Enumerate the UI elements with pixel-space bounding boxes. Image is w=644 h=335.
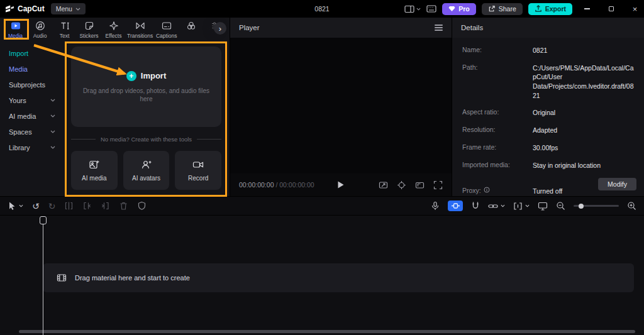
sidebar-item-label: Subprojects — [9, 81, 45, 89]
tab-label: Stickers — [79, 33, 98, 39]
zoom-out-icon[interactable] — [556, 201, 565, 211]
detail-label: Frame rate: — [462, 143, 533, 153]
tabbar-scroll-right-button[interactable]: › — [214, 22, 226, 35]
export-label: Export — [545, 5, 566, 13]
chevron-down-icon — [50, 99, 55, 102]
record-voiceover-icon[interactable] — [431, 201, 440, 211]
tab-effects[interactable]: Effects — [101, 18, 126, 40]
timeline-area[interactable]: Drag material here and start to create — [0, 216, 644, 335]
detail-value: Adapted — [533, 126, 634, 135]
import-button[interactable]: + Import — [126, 71, 166, 81]
share-button[interactable]: Share — [482, 3, 523, 15]
preview-axis-button[interactable] — [513, 202, 530, 211]
mask-cover-button[interactable] — [137, 201, 147, 211]
asset-tabbar: Media Audio Text Stickers Effects — [0, 18, 230, 40]
ratio-icon[interactable] — [415, 180, 425, 190]
close-button[interactable]: × — [626, 0, 644, 18]
fullscreen-icon[interactable] — [433, 180, 443, 190]
tab-filters[interactable] — [179, 18, 203, 40]
tab-captions[interactable]: Captions — [154, 18, 179, 40]
playhead-line — [43, 224, 43, 335]
detail-value: Stay in original location — [533, 161, 634, 170]
tab-transitions[interactable]: Transitions — [126, 18, 154, 40]
slider-thumb[interactable] — [579, 204, 584, 209]
timeline-toolbar: ↺ ↻ — [0, 196, 644, 216]
sidebar-item-media[interactable]: Media — [0, 61, 63, 77]
pro-badge[interactable]: Pro — [442, 3, 476, 15]
ai-media-card[interactable]: AI media — [71, 151, 118, 190]
dropzone-hint: Drag and drop videos, photos, and audio … — [80, 87, 213, 103]
timecode-separator: / — [274, 181, 279, 189]
display-mode-icon[interactable] — [404, 5, 421, 13]
linkage-button[interactable] — [488, 202, 505, 210]
detail-label: Aspect ratio: — [462, 108, 533, 118]
info-icon[interactable] — [484, 187, 490, 193]
sidebar-item-library[interactable]: Library — [0, 140, 63, 155]
detail-value: 30.00fps — [533, 143, 634, 153]
tab-label: Effects — [106, 33, 122, 39]
maximize-icon — [609, 6, 614, 11]
main-track-magnet-toggle[interactable] — [448, 200, 463, 211]
chevron-down-icon — [75, 8, 80, 11]
shortcut-keyboard-icon[interactable] — [426, 5, 436, 13]
app-name: CapCut — [18, 4, 45, 13]
menu-button[interactable]: Menu — [51, 3, 86, 14]
player-title: Player — [239, 24, 260, 31]
timeline-empty-hint: Drag material here and start to create — [75, 274, 190, 282]
import-dropzone[interactable]: + Import Drag and drop videos, photos, a… — [71, 47, 221, 127]
record-card[interactable]: Record — [175, 151, 221, 190]
tab-media[interactable]: Media — [3, 18, 28, 40]
share-label: Share — [499, 5, 516, 13]
details-header: Details — [452, 18, 644, 38]
detail-row-aspect-ratio: Aspect ratio: Original — [452, 108, 644, 118]
tab-label: Captions — [156, 33, 177, 39]
detail-value: C:/Users/PMLS/AppData/Local/CapCut/User … — [533, 63, 634, 101]
detail-value: Original — [533, 108, 634, 118]
export-button[interactable]: Export — [528, 3, 572, 15]
timecode: 00:00:00:00 / 00:00:00:00 — [239, 181, 314, 189]
sidebar-item-subprojects[interactable]: Subprojects — [0, 77, 63, 92]
minimize-button[interactable] — [578, 0, 596, 18]
detail-row-imported-media: Imported media: Stay in original locatio… — [452, 161, 644, 170]
undo-button[interactable]: ↺ — [32, 202, 40, 211]
tab-label: Audio — [33, 33, 47, 39]
select-tool-button[interactable] — [8, 201, 23, 211]
focus-icon[interactable] — [397, 180, 406, 190]
delete-right-button[interactable] — [101, 201, 110, 211]
chevron-down-icon — [50, 114, 55, 118]
tab-stickers[interactable]: Stickers — [77, 18, 101, 40]
details-panel: Details Name: 0821 Path: C:/Users/PMLS/A… — [452, 18, 644, 196]
timeline-zoom-slider[interactable] — [574, 202, 619, 211]
ai-avatars-card[interactable]: AI avatars — [123, 151, 170, 190]
detail-value: 0821 — [533, 46, 634, 55]
stickers-tab-icon — [84, 21, 94, 31]
auto-snap-magnet-icon[interactable] — [471, 201, 480, 211]
sidebar-item-ai-media[interactable]: AI media — [0, 108, 63, 124]
text-tab-icon — [60, 21, 70, 31]
timeline-display-icon[interactable] — [538, 202, 548, 211]
modify-button[interactable]: Modify — [598, 178, 636, 190]
play-button[interactable] — [338, 181, 345, 189]
split-button[interactable] — [64, 201, 74, 211]
sidebar-item-yours[interactable]: Yours — [0, 92, 63, 108]
player-menu-icon[interactable] — [435, 25, 443, 31]
tab-audio[interactable]: Audio — [28, 18, 52, 40]
tab-label: Text — [60, 33, 70, 39]
delete-left-button[interactable] — [82, 201, 92, 211]
empty-track-dropzone[interactable]: Drag material here and start to create — [43, 263, 634, 292]
zoom-in-icon[interactable] — [627, 201, 636, 211]
horizontal-scrollbar[interactable] — [19, 330, 635, 333]
tool-card-label: Record — [188, 175, 208, 182]
maximize-button[interactable] — [602, 0, 620, 18]
sidebar-item-import[interactable]: Import — [0, 45, 63, 61]
tab-text[interactable]: Text — [52, 18, 77, 40]
sidebar-item-label: AI media — [9, 113, 36, 120]
capcut-logo-icon — [5, 4, 14, 14]
redo-button[interactable]: ↻ — [48, 202, 56, 211]
sidebar-item-label: Media — [9, 65, 28, 73]
sidebar-item-spaces[interactable]: Spaces — [0, 124, 63, 140]
delete-button[interactable] — [119, 201, 128, 211]
fit-canvas-icon[interactable] — [379, 180, 388, 190]
menu-label: Menu — [56, 5, 72, 13]
playhead-handle[interactable] — [40, 216, 47, 224]
